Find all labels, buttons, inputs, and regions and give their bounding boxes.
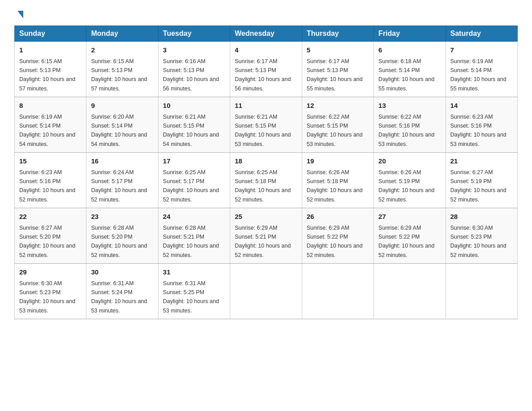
calendar-week-1: 1 Sunrise: 6:15 AMSunset: 5:13 PMDayligh… <box>15 42 518 97</box>
day-number: 9 <box>91 101 153 111</box>
day-number: 31 <box>163 267 225 278</box>
calendar-cell: 17 Sunrise: 6:25 AMSunset: 5:17 PMDaylig… <box>158 153 230 208</box>
day-info: Sunrise: 6:30 AMSunset: 5:23 PMDaylight:… <box>19 280 75 314</box>
calendar-cell: 10 Sunrise: 6:21 AMSunset: 5:15 PMDaylig… <box>158 97 230 153</box>
day-info: Sunrise: 6:15 AMSunset: 5:13 PMDaylight:… <box>91 58 147 92</box>
calendar-cell: 7 Sunrise: 6:19 AMSunset: 5:14 PMDayligh… <box>446 42 517 97</box>
day-number: 4 <box>235 45 297 56</box>
weekday-header-row: SundayMondayTuesdayWednesdayThursdayFrid… <box>15 26 518 42</box>
day-number: 24 <box>163 212 225 222</box>
day-number: 1 <box>19 45 82 56</box>
calendar-cell: 15 Sunrise: 6:23 AMSunset: 5:16 PMDaylig… <box>15 153 86 208</box>
calendar-cell: 14 Sunrise: 6:23 AMSunset: 5:16 PMDaylig… <box>446 97 517 153</box>
day-info: Sunrise: 6:29 AMSunset: 5:21 PMDaylight:… <box>235 225 291 258</box>
day-info: Sunrise: 6:28 AMSunset: 5:21 PMDaylight:… <box>163 225 219 258</box>
calendar-cell: 8 Sunrise: 6:19 AMSunset: 5:14 PMDayligh… <box>15 97 86 153</box>
calendar-week-3: 15 Sunrise: 6:23 AMSunset: 5:16 PMDaylig… <box>15 153 518 208</box>
day-number: 5 <box>307 45 369 56</box>
day-number: 23 <box>91 212 153 222</box>
weekday-header-saturday: Saturday <box>446 26 517 42</box>
day-info: Sunrise: 6:20 AMSunset: 5:14 PMDaylight:… <box>91 114 147 147</box>
day-info: Sunrise: 6:22 AMSunset: 5:15 PMDaylight:… <box>307 114 363 147</box>
day-number: 2 <box>91 45 153 56</box>
day-info: Sunrise: 6:24 AMSunset: 5:17 PMDaylight:… <box>91 169 147 203</box>
day-info: Sunrise: 6:28 AMSunset: 5:20 PMDaylight:… <box>91 225 147 258</box>
day-info: Sunrise: 6:21 AMSunset: 5:15 PMDaylight:… <box>163 114 219 147</box>
calendar-week-5: 29 Sunrise: 6:30 AMSunset: 5:23 PMDaylig… <box>15 264 518 319</box>
day-number: 13 <box>378 101 441 111</box>
day-info: Sunrise: 6:27 AMSunset: 5:20 PMDaylight:… <box>19 225 75 258</box>
calendar-cell: 21 Sunrise: 6:27 AMSunset: 5:19 PMDaylig… <box>446 153 517 208</box>
day-info: Sunrise: 6:17 AMSunset: 5:13 PMDaylight:… <box>235 58 291 92</box>
day-info: Sunrise: 6:23 AMSunset: 5:16 PMDaylight:… <box>450 114 506 147</box>
logo-arrow-shape <box>17 11 23 18</box>
day-number: 6 <box>378 45 441 56</box>
day-number: 27 <box>378 212 441 222</box>
day-number: 26 <box>307 212 369 222</box>
day-info: Sunrise: 6:15 AMSunset: 5:13 PMDaylight:… <box>19 58 75 92</box>
day-info: Sunrise: 6:22 AMSunset: 5:16 PMDaylight:… <box>378 114 434 147</box>
day-number: 12 <box>307 101 369 111</box>
weekday-header-thursday: Thursday <box>302 26 373 42</box>
day-info: Sunrise: 6:23 AMSunset: 5:16 PMDaylight:… <box>19 169 75 203</box>
day-info: Sunrise: 6:31 AMSunset: 5:25 PMDaylight:… <box>163 280 219 314</box>
calendar-cell: 22 Sunrise: 6:27 AMSunset: 5:20 PMDaylig… <box>15 208 86 264</box>
day-number: 7 <box>450 45 513 56</box>
calendar-cell <box>230 264 302 319</box>
calendar-cell <box>446 264 517 319</box>
day-number: 18 <box>235 156 297 167</box>
calendar-cell: 9 Sunrise: 6:20 AMSunset: 5:14 PMDayligh… <box>86 97 158 153</box>
day-info: Sunrise: 6:26 AMSunset: 5:18 PMDaylight:… <box>307 169 363 203</box>
day-info: Sunrise: 6:27 AMSunset: 5:19 PMDaylight:… <box>450 169 506 203</box>
day-number: 25 <box>235 212 297 222</box>
calendar-cell: 2 Sunrise: 6:15 AMSunset: 5:13 PMDayligh… <box>86 42 158 97</box>
day-info: Sunrise: 6:25 AMSunset: 5:17 PMDaylight:… <box>163 169 219 203</box>
day-info: Sunrise: 6:29 AMSunset: 5:22 PMDaylight:… <box>307 225 363 258</box>
page-header <box>14 11 518 18</box>
calendar-cell <box>374 264 446 319</box>
calendar-table: SundayMondayTuesdayWednesdayThursdayFrid… <box>14 26 518 319</box>
day-number: 11 <box>235 101 297 111</box>
calendar-cell: 25 Sunrise: 6:29 AMSunset: 5:21 PMDaylig… <box>230 208 302 264</box>
calendar-cell: 26 Sunrise: 6:29 AMSunset: 5:22 PMDaylig… <box>302 208 373 264</box>
weekday-header-tuesday: Tuesday <box>158 26 230 42</box>
day-info: Sunrise: 6:25 AMSunset: 5:18 PMDaylight:… <box>235 169 291 203</box>
calendar-cell: 16 Sunrise: 6:24 AMSunset: 5:17 PMDaylig… <box>86 153 158 208</box>
weekday-header-wednesday: Wednesday <box>230 26 302 42</box>
day-number: 22 <box>19 212 82 222</box>
day-info: Sunrise: 6:31 AMSunset: 5:24 PMDaylight:… <box>91 280 147 314</box>
calendar-cell: 13 Sunrise: 6:22 AMSunset: 5:16 PMDaylig… <box>374 97 446 153</box>
day-number: 21 <box>450 156 513 167</box>
calendar-week-4: 22 Sunrise: 6:27 AMSunset: 5:20 PMDaylig… <box>15 208 518 264</box>
weekday-header-friday: Friday <box>374 26 446 42</box>
calendar-cell: 23 Sunrise: 6:28 AMSunset: 5:20 PMDaylig… <box>86 208 158 264</box>
calendar-cell <box>302 264 373 319</box>
day-number: 30 <box>91 267 153 278</box>
day-info: Sunrise: 6:19 AMSunset: 5:14 PMDaylight:… <box>19 114 75 147</box>
day-number: 3 <box>163 45 225 56</box>
calendar-cell: 29 Sunrise: 6:30 AMSunset: 5:23 PMDaylig… <box>15 264 86 319</box>
day-number: 10 <box>163 101 225 111</box>
calendar-cell: 31 Sunrise: 6:31 AMSunset: 5:25 PMDaylig… <box>158 264 230 319</box>
calendar-cell: 20 Sunrise: 6:26 AMSunset: 5:19 PMDaylig… <box>374 153 446 208</box>
day-number: 17 <box>163 156 225 167</box>
weekday-header-monday: Monday <box>86 26 158 42</box>
calendar-cell: 28 Sunrise: 6:30 AMSunset: 5:23 PMDaylig… <box>446 208 517 264</box>
calendar-cell: 27 Sunrise: 6:29 AMSunset: 5:22 PMDaylig… <box>374 208 446 264</box>
calendar-week-2: 8 Sunrise: 6:19 AMSunset: 5:14 PMDayligh… <box>15 97 518 153</box>
day-info: Sunrise: 6:29 AMSunset: 5:22 PMDaylight:… <box>378 225 434 258</box>
day-number: 29 <box>19 267 82 278</box>
calendar-cell: 4 Sunrise: 6:17 AMSunset: 5:13 PMDayligh… <box>230 42 302 97</box>
day-info: Sunrise: 6:17 AMSunset: 5:13 PMDaylight:… <box>307 58 363 92</box>
day-number: 16 <box>91 156 153 167</box>
logo <box>14 11 23 18</box>
day-info: Sunrise: 6:21 AMSunset: 5:15 PMDaylight:… <box>235 114 291 147</box>
day-number: 20 <box>378 156 441 167</box>
day-info: Sunrise: 6:19 AMSunset: 5:14 PMDaylight:… <box>450 58 506 92</box>
day-number: 14 <box>450 101 513 111</box>
weekday-header-sunday: Sunday <box>15 26 86 42</box>
calendar-cell: 12 Sunrise: 6:22 AMSunset: 5:15 PMDaylig… <box>302 97 373 153</box>
day-info: Sunrise: 6:30 AMSunset: 5:23 PMDaylight:… <box>450 225 506 258</box>
day-number: 15 <box>19 156 82 167</box>
day-number: 8 <box>19 101 82 111</box>
